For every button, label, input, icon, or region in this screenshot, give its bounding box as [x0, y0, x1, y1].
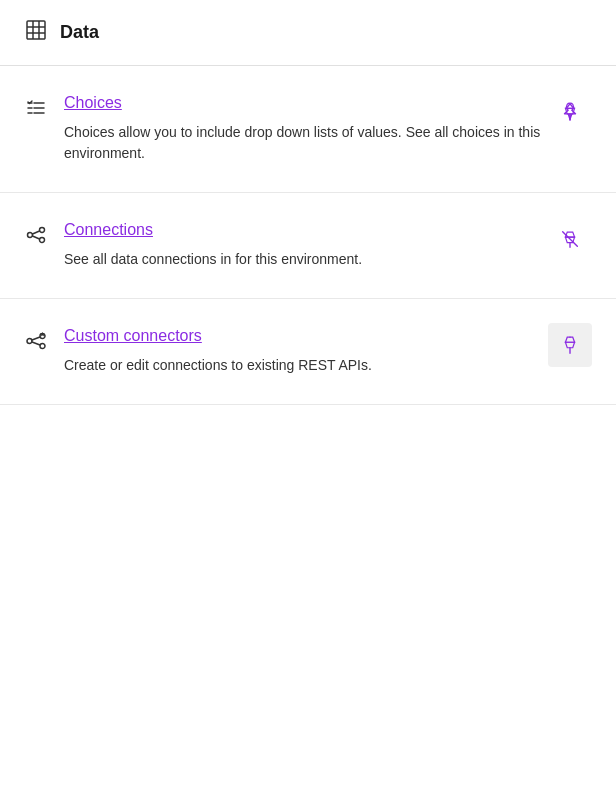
svg-point-13 — [28, 233, 33, 238]
connections-content: Connections See all data connections in … — [64, 221, 592, 270]
svg-line-23 — [32, 342, 40, 345]
custom-connectors-description: Create or edit connections to existing R… — [64, 355, 592, 376]
svg-point-24 — [40, 344, 45, 349]
svg-point-20 — [27, 339, 32, 344]
custom-connectors-icon — [24, 329, 48, 353]
table-icon — [24, 18, 48, 47]
custom-connectors-pin-button[interactable] — [548, 323, 592, 367]
svg-line-15 — [33, 231, 40, 234]
connections-description: See all data connections in for this env… — [64, 249, 592, 270]
unpin-icon — [559, 228, 581, 250]
choices-item[interactable]: Choices Choices allow you to include dro… — [0, 66, 616, 193]
page-title: Data — [60, 22, 99, 43]
choices-icon-area — [24, 94, 64, 124]
pin-active-icon — [559, 334, 581, 356]
custom-connectors-icon-area — [24, 327, 64, 357]
choices-description: Choices allow you to include drop down l… — [64, 122, 592, 164]
svg-point-17 — [40, 238, 45, 243]
menu-list: Choices Choices allow you to include dro… — [0, 66, 616, 405]
custom-connectors-content: Custom connectors Create or edit connect… — [64, 327, 592, 376]
pin-icon — [559, 101, 581, 123]
connections-item[interactable]: Connections See all data connections in … — [0, 193, 616, 299]
custom-connectors-item[interactable]: Custom connectors Create or edit connect… — [0, 299, 616, 405]
svg-line-16 — [33, 236, 40, 239]
svg-line-22 — [32, 337, 40, 340]
svg-rect-0 — [27, 21, 45, 39]
connections-icon-area — [24, 221, 64, 251]
custom-connectors-link[interactable]: Custom connectors — [64, 327, 202, 345]
choices-pin-button[interactable] — [548, 90, 592, 134]
svg-point-14 — [40, 228, 45, 233]
page-header: Data — [0, 0, 616, 66]
choices-icon — [24, 96, 48, 120]
connections-link[interactable]: Connections — [64, 221, 153, 239]
connections-pin-button[interactable] — [548, 217, 592, 261]
connections-icon — [24, 223, 48, 247]
svg-marker-25 — [41, 333, 45, 337]
choices-link[interactable]: Choices — [64, 94, 122, 112]
choices-content: Choices Choices allow you to include dro… — [64, 94, 592, 164]
